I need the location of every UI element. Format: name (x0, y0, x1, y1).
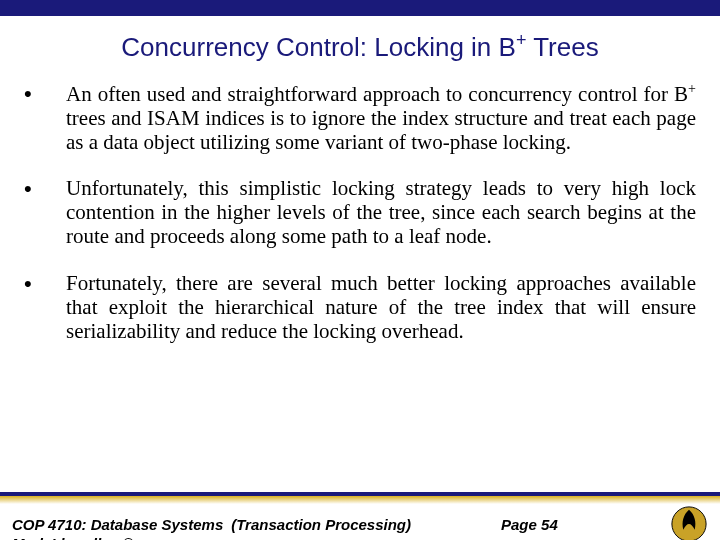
bullet-sup: + (688, 81, 696, 96)
bullet-text: Fortunately, there are several much bett… (66, 271, 696, 343)
title-suffix: Trees (526, 32, 598, 62)
footer-topic: (Transaction Processing) (231, 516, 411, 533)
footer-page: Page 54 (501, 516, 558, 533)
title-sup: + (516, 30, 527, 50)
ucf-logo-icon (670, 505, 708, 540)
slide-title: Concurrency Control: Locking in B+ Trees (0, 16, 720, 71)
header-bar (0, 0, 720, 16)
bullet-post: trees and ISAM indices is to ignore the … (66, 106, 696, 154)
bullet-text: An often used and straightforward approa… (66, 81, 696, 154)
footer-gradient (0, 496, 720, 504)
bullet-mark: • (24, 271, 66, 343)
bullet-pre: An often used and straightforward approa… (66, 82, 688, 106)
footer-author: Mark Llewellyn © (12, 535, 134, 540)
content-area: • An often used and straightforward appr… (0, 71, 720, 343)
footer-course: COP 4710: Database Systems (12, 516, 223, 533)
bullet-mark: • (24, 81, 66, 154)
bullet-item: • An often used and straightforward appr… (24, 81, 696, 154)
bullet-mark: • (24, 176, 66, 248)
bullet-text: Unfortunately, this simplistic locking s… (66, 176, 696, 248)
bullet-pre: Fortunately, there are several much bett… (66, 271, 696, 343)
footer: COP 4710: Database Systems (Transaction … (0, 492, 720, 540)
title-prefix: Concurrency Control: Locking in B (121, 32, 516, 62)
bullet-item: • Fortunately, there are several much be… (24, 271, 696, 343)
bullet-pre: Unfortunately, this simplistic locking s… (66, 176, 696, 248)
bullet-item: • Unfortunately, this simplistic locking… (24, 176, 696, 248)
